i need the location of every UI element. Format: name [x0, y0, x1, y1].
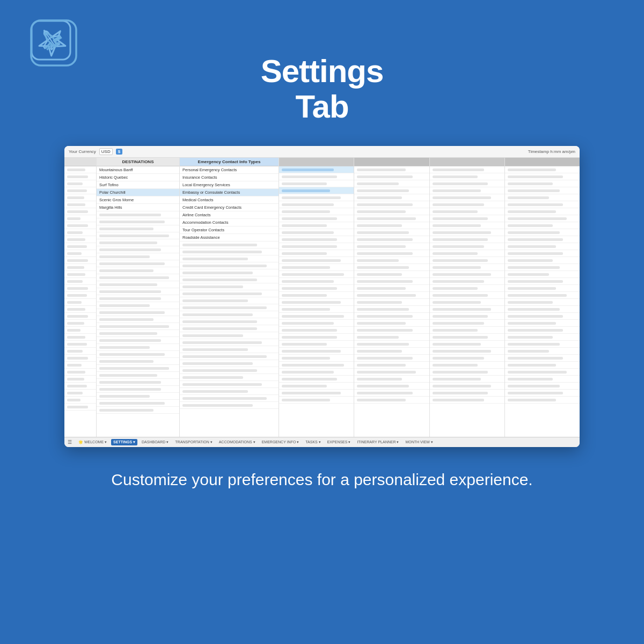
col-right-area [279, 158, 580, 437]
col-right-d [505, 158, 580, 437]
nav-welcome[interactable]: 🌟 WELCOME ▾ [76, 439, 109, 445]
col-destinations: DESTINATIONS Mountainous Banff Historic … [97, 158, 180, 437]
dest-mountainous-banff[interactable]: Mountainous Banff [97, 166, 179, 174]
destinations-header: DESTINATIONS [97, 158, 179, 166]
contact-tour-operator[interactable]: Tour Operator Contacts [180, 226, 279, 234]
contact-personal[interactable]: Personal Emergency Contacts [180, 166, 279, 174]
dest-polar-churchill[interactable]: Polar Churchill [97, 189, 179, 196]
contact-airline[interactable]: Airline Contacts [180, 211, 279, 219]
dest-historic-quebec[interactable]: Historic Quebec [97, 174, 179, 181]
spreadsheet: Your Currency USD $ Timestamp h:mm am/pm [64, 146, 580, 447]
contact-insurance[interactable]: Insurance Contacts [180, 174, 279, 181]
svg-rect-1 [31, 20, 76, 65]
contact-roadside[interactable]: Roadside Assistance [180, 234, 279, 241]
col-right-c [430, 158, 505, 437]
nav-tasks[interactable]: TASKS ▾ [303, 439, 323, 445]
contact-local-emergency[interactable]: Local Emergency Services [180, 181, 279, 189]
nav-accommodations[interactable]: ACCOMODATIONS ▾ [217, 439, 258, 445]
spreadsheet-container: Your Currency USD $ Timestamp h:mm am/pm [64, 146, 580, 447]
nav-emergency-info[interactable]: EMERGENCY INFO ▾ [260, 439, 302, 445]
col-right-a [279, 158, 354, 437]
bottom-nav: ☰ 🌟 WELCOME ▾ SETTINGS ▾ DASHBOARD ▾ TRA… [64, 437, 580, 447]
currency-label: Your Currency [69, 149, 96, 154]
nav-dashboard[interactable]: DASHBOARD ▾ [140, 439, 171, 445]
spreadsheet-body: DESTINATIONS Mountainous Banff Historic … [64, 158, 580, 437]
dest-margilla-hills[interactable]: Margilla Hills [97, 204, 179, 211]
contact-medical[interactable]: Medical Contacts [180, 196, 279, 204]
nav-month-view[interactable]: MONTH VIEW ▾ [403, 439, 435, 445]
contacts-header: Emergency Contact Info Types [180, 158, 279, 166]
nav-itinerary[interactable]: ITINERARY PLANNER ▾ [355, 439, 401, 445]
currency-dollar: $ [116, 149, 122, 155]
col-spacer [64, 158, 97, 437]
nav-transportation[interactable]: TRANSPORTATION ▾ [173, 439, 214, 445]
dest-surf-tofino[interactable]: Surf Tofino [97, 181, 179, 189]
contact-accommodation[interactable]: Accommodation Contacts [180, 219, 279, 226]
hamburger-icon[interactable]: ☰ [68, 440, 72, 445]
col-right-b [354, 158, 429, 437]
contact-embassy[interactable]: Embassy or Consulate Contacts [180, 189, 279, 196]
spreadsheet-top-bar: Your Currency USD $ Timestamp h:mm am/pm [64, 146, 580, 158]
nav-settings[interactable]: SETTINGS ▾ [111, 439, 137, 445]
dest-scenic-gros-morne[interactable]: Scenic Gros Morne [97, 196, 179, 204]
plane-icon-overlay [30, 19, 75, 64]
subtitle-text: Customize your preferences for a persona… [68, 469, 575, 491]
contact-credit-card[interactable]: Credit Card Emergency Contacts [180, 204, 279, 211]
nav-expenses[interactable]: EXPENSES ▾ [325, 439, 353, 445]
page-title: Settings Tab [261, 54, 384, 125]
timestamp-label: Timestamp h:mm am/pm [528, 149, 575, 154]
currency-select[interactable]: USD [99, 148, 113, 155]
col-contacts: Emergency Contact Info Types Personal Em… [180, 158, 279, 437]
